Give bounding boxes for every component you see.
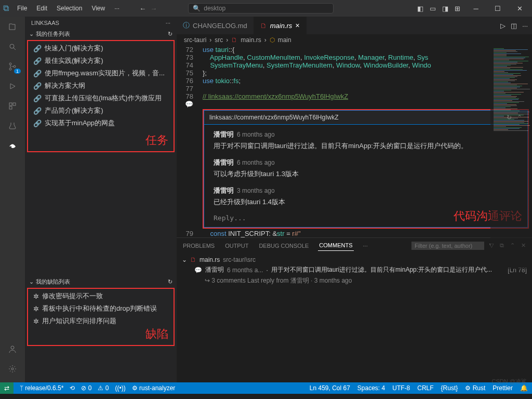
defect-item[interactable]: ✲修改密码提示不一致 [28,290,174,302]
menu-more[interactable]: ··· [110,3,124,14]
task-item[interactable]: 🔗产品简介(解决方案) [28,104,174,117]
status-language[interactable]: {Rust} [441,384,458,392]
status-position[interactable]: Ln 459, Col 67 [310,384,350,392]
crumb[interactable]: src-tauri [184,36,206,44]
task-label: 实现基于minApp的网盘 [45,118,115,128]
status-prettier[interactable]: Prettier [493,384,513,392]
sidebar: LINKSAAS ··· ⌄ 我的任务列表 ↻ 🔗快速入门(解决方案) 🔗最佳实… [25,17,177,382]
defect-label: 修改密码提示不一致 [42,291,103,301]
comment-author: 潘雷明 [214,130,234,138]
scm-badge: 1 [14,69,21,74]
crumb[interactable]: src [215,36,223,44]
sidebar-more-icon[interactable]: ··· [166,20,170,26]
comment-summary-row[interactable]: 💬 潘雷明 6 months a... · 用于对不同窗口调用tauri进行过滤… [182,264,527,275]
layout-icon[interactable]: ◧ [417,5,423,12]
task-item[interactable]: 🔗使用ffmpeg.wasm实现图片，视频，音... [28,67,174,79]
rust-icon: 🗋 [260,22,267,30]
menu-selection[interactable]: Selection [52,3,86,14]
task-item[interactable]: 🔗可直接上传压缩包(lma格式)作为微应用 [28,92,174,104]
linksaas-icon[interactable] [6,139,19,152]
nav-history: ← → [139,5,157,12]
sync-icon[interactable]: ⟲ [70,384,75,392]
customize-icon[interactable]: ⊞ [455,5,460,12]
debug-icon[interactable] [6,80,19,92]
minimap[interactable]: for(let i=0;i<80;i++)document.write('<di… [490,46,532,269]
task-item[interactable]: 🔗实现基于minApp的网盘 [28,117,174,129]
status-spaces[interactable]: Spaces: 4 [357,384,385,392]
defects-header[interactable]: ⌄ 我的缺陷列表 ↻ [25,277,177,287]
defect-item[interactable]: ✲用户知识库空间排序问题 [28,315,174,327]
git-branch[interactable]: ᛘ release/0.6.5* [20,384,63,392]
task-item[interactable]: 🔗解决方案大纲 [28,79,174,92]
sidebar-icon[interactable]: ◨ [442,5,448,12]
panel-tab-problems[interactable]: PROBLEMS [182,241,216,251]
status-radio[interactable]: ((•)) [115,384,125,392]
remote-indicator[interactable]: ⇄ [0,382,14,394]
comments-filter-input[interactable] [411,242,484,250]
defect-label: 看板中执行中和待检查的drop判断错误 [42,304,157,313]
nav-back-icon[interactable]: ← [139,5,146,12]
defect-item[interactable]: ✲看板中执行中和待检查的drop判断错误 [28,302,174,315]
close-tab-icon[interactable]: × [295,21,299,30]
maximize-button[interactable]: ☐ [488,1,507,16]
status-rust-analyzer[interactable]: ⚙ rust-analyzer [132,384,176,392]
comment-item: 潘雷明6 months ago 可以考虑升级到tauri 1.3版本 [214,158,518,179]
file-name: main.rs [200,256,220,263]
breadcrumb[interactable]: src-tauri› src› 🗋main.rs› ⬡main [177,34,532,46]
extensions-icon[interactable] [6,100,19,112]
crumb[interactable]: main.rs [241,36,261,44]
account-icon[interactable] [6,343,19,355]
run-icon[interactable]: ▷ [500,22,506,30]
refresh-icon[interactable]: ↻ [168,31,172,37]
panel-tab-output[interactable]: OUTPUT [224,241,249,251]
task-label: 使用ffmpeg.wasm实现图片，视频，音... [45,69,165,78]
notifications-icon[interactable]: 🔔 [520,384,528,392]
svg-point-0 [10,44,14,48]
task-item[interactable]: 🔗快速入门(解决方案) [28,42,174,55]
settings-icon[interactable] [6,363,19,375]
panel-tab-debug[interactable]: DEBUG CONSOLE [258,241,310,251]
tab-main-rs[interactable]: 🗋 main.rs × [254,17,307,34]
status-warnings[interactable]: ⚠ 0 [98,384,109,392]
gutter: 79 [177,230,203,237]
status-encoding[interactable]: UTF-8 [392,384,410,392]
tab-changelog[interactable]: ⓘ CHANGELOG.md [177,17,254,34]
crumb[interactable]: main [278,36,291,44]
task-label: 快速入门(解决方案) [45,44,103,53]
code-editor[interactable]: 72use tauri::{ 73 AppHandle, CustomMenuI… [177,46,532,237]
explorer-icon[interactable] [6,21,19,33]
chevron-down-icon: ⌄ [182,256,187,263]
status-errors[interactable]: ⊘ 0 [81,384,91,392]
refresh-icon[interactable]: ↻ [168,278,172,285]
panel-icon[interactable]: ▭ [430,5,436,12]
source-control-icon[interactable]: 1 [6,60,19,73]
defects-header-label: 我的缺陷列表 [36,278,70,286]
tasks-header[interactable]: ⌄ 我的任务列表 ↻ [25,29,177,39]
menu-file[interactable]: File [13,3,31,14]
task-item[interactable]: 🔗最佳实践(解决方案) [28,55,174,67]
minimize-button[interactable]: ─ [467,1,485,16]
bug-icon: ✲ [33,317,39,325]
panel-tab-comments[interactable]: COMMENTS [318,240,353,251]
row-time: 6 months a... [227,267,263,274]
testing-icon[interactable] [6,119,19,132]
split-icon[interactable]: ◫ [511,22,517,30]
panel-tab-more[interactable]: ··· [362,241,369,251]
comment-item: 潘雷明6 months ago 用于对不同窗口调用tauri进行过滤。目前只有m… [214,130,518,151]
menu-edit[interactable]: Edit [32,3,51,14]
command-center[interactable]: 🔍 desktop [188,3,334,14]
status-rust[interactable]: ⚙ Rust [465,384,485,392]
close-button[interactable]: ✕ [510,1,529,16]
nav-forward-icon[interactable]: → [150,5,157,12]
gutter: 75 [177,69,203,77]
menu-view[interactable]: View [87,3,109,14]
comments-file-row[interactable]: ⌄ 🗋 main.rs src-tauri\src [182,255,527,264]
search-icon[interactable] [6,41,19,53]
chevron-down-icon: ⌄ [29,31,34,37]
row-author: 潘雷明 [205,265,224,274]
svg-point-7 [11,346,14,349]
comment-author: 潘雷明 [214,158,234,166]
status-eol[interactable]: CRLF [417,384,433,392]
menu-bar: File Edit Selection View ··· [13,3,124,14]
more-icon[interactable]: ··· [522,22,528,30]
